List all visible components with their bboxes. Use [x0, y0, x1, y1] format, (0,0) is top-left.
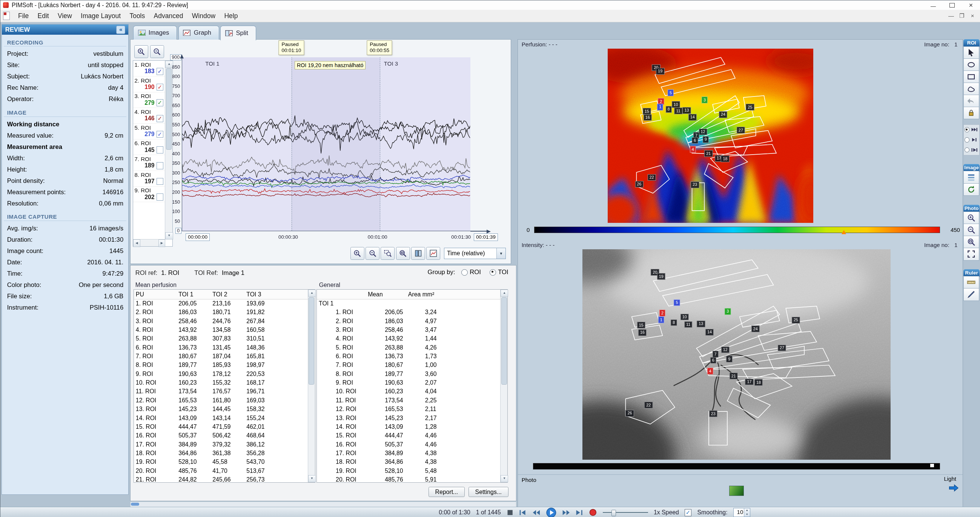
table-row[interactable]: 17. ROI384,894,38 [317, 449, 501, 457]
graph-panels-button[interactable] [411, 247, 425, 260]
close-button[interactable]: × [961, 0, 980, 10]
roi-marker-10[interactable]: 10 [671, 102, 680, 108]
roi-marker-21[interactable]: 21 [704, 150, 713, 157]
roi-marker-3[interactable]: 3 [725, 308, 731, 315]
image-list-button[interactable] [963, 171, 979, 184]
menu-advanced[interactable]: Advanced [150, 12, 188, 20]
scale-marker-icon[interactable] [842, 228, 846, 234]
table-row[interactable]: 5. ROI263,884,26 [317, 343, 501, 352]
roi-marker-13[interactable]: 13 [697, 321, 705, 327]
graph-zoom-in-button[interactable] [350, 247, 364, 260]
roi-checkbox[interactable] [156, 178, 164, 185]
table-row[interactable]: 7. ROI180,67187,04165,81 [134, 352, 308, 361]
mdi-restore-button[interactable]: ❐ [958, 13, 966, 19]
menu-tools[interactable]: Tools [125, 12, 150, 20]
roi-list-item[interactable]: 6. ROI145 [133, 140, 165, 155]
roi-marker-4[interactable]: 4 [690, 146, 696, 153]
photo-zoom-out-button[interactable] [963, 224, 979, 237]
roi-mode-step-radio[interactable] [964, 146, 979, 154]
roi-checkbox[interactable]: ✓ [156, 131, 164, 138]
toi-ref-value[interactable]: Image 1 [222, 269, 245, 277]
spinner-arrows[interactable]: ▲▼ [744, 508, 750, 517]
roi-marker-13[interactable]: 13 [682, 107, 690, 114]
general-scrollbar[interactable]: ▲ ▼ [500, 290, 508, 482]
table-row[interactable]: 14. ROI143,091,28 [317, 422, 501, 431]
roi-marker-16[interactable]: 16 [644, 114, 652, 121]
roi-marker-27[interactable]: 27 [778, 345, 786, 352]
roi-marker-1[interactable]: 1 [658, 317, 664, 323]
table-row[interactable]: 10. ROI160,234,04 [317, 387, 501, 396]
table-row[interactable]: 11. ROI173,54176,57196,71 [134, 387, 308, 396]
roi-checkbox[interactable] [156, 162, 164, 169]
table-row[interactable]: 4. ROI143,92134,58160,58 [134, 325, 308, 334]
table-row[interactable]: 19. ROI528,105,48 [317, 466, 501, 475]
table-row[interactable]: 16. ROI505,374,46 [317, 440, 501, 449]
smoothing-checkbox[interactable]: ✓ [685, 509, 692, 516]
scroll-left-icon[interactable]: ◀ [133, 239, 140, 247]
table-row[interactable]: 12. ROI165,53161,80169,03 [134, 396, 308, 405]
table-row[interactable]: 1. ROI206,053,24 [317, 308, 501, 317]
table-row[interactable]: 21. ROI244,82245,66256,73 [134, 475, 308, 482]
table-row[interactable]: 2. ROI186,034,97 [317, 317, 501, 325]
ellipse-roi-tool-button[interactable] [963, 59, 979, 71]
roi-marker-24[interactable]: 24 [719, 111, 727, 118]
mean-perfusion-scrollbar[interactable]: ▲ ▼ [308, 290, 315, 482]
scroll-right-icon[interactable]: ▶ [158, 239, 165, 247]
menu-view[interactable]: View [53, 12, 76, 20]
graph-zoom-out-button[interactable] [150, 45, 164, 58]
roi-marker-15[interactable]: 15 [637, 322, 645, 328]
roi-marker-22[interactable]: 22 [648, 174, 656, 181]
table-row[interactable]: 3. ROI258,463,47 [317, 325, 501, 334]
image-refresh-button[interactable] [963, 183, 979, 196]
roi-marker-1[interactable]: 1 [657, 104, 663, 110]
roi-list-item[interactable]: 7. ROI189 [133, 155, 165, 171]
table-row[interactable]: 9. ROI190,632,07 [317, 378, 501, 387]
play-button[interactable] [546, 507, 557, 517]
roi-marker-27[interactable]: 27 [737, 127, 745, 134]
select-tool-button[interactable] [963, 46, 979, 59]
table-row[interactable]: 12. ROI165,532,11 [317, 405, 501, 414]
record-button[interactable] [589, 508, 597, 517]
groupby-toi-radio[interactable]: TOI [490, 269, 508, 276]
roi-marker-18[interactable]: 18 [754, 379, 763, 386]
menu-file[interactable]: File [14, 12, 33, 20]
mdi-minimize-button[interactable]: — [947, 13, 956, 19]
roi-marker-9[interactable]: 9 [726, 356, 732, 363]
x-end-box[interactable]: 00:01:39 [474, 234, 498, 241]
table-row[interactable]: 3. ROI258,46244,76267,84 [134, 317, 308, 325]
roi-marker-5[interactable]: 5 [674, 299, 680, 306]
roi-marker-14[interactable]: 14 [689, 114, 697, 121]
scroll-down-icon[interactable]: ▼ [308, 475, 316, 482]
graph-zoom-selection-button[interactable] [380, 247, 395, 260]
roi-marker-8[interactable]: 8 [665, 106, 671, 113]
roi-marker-26[interactable]: 26 [625, 410, 634, 417]
table-row[interactable]: 6. ROI136,731,73 [317, 352, 501, 361]
roi-marker-25[interactable]: 25 [746, 104, 754, 110]
speed-slider[interactable] [603, 509, 648, 516]
table-row[interactable]: 20. ROI485,765,91 [317, 475, 501, 482]
roi-checkbox[interactable]: ✓ [156, 68, 164, 75]
roi-checkbox[interactable] [156, 194, 164, 200]
roi-marker-12[interactable]: 12 [698, 129, 707, 135]
spinner-down-icon[interactable]: ▼ [744, 512, 750, 517]
roi-marker-22[interactable]: 22 [644, 402, 652, 409]
lock-roi-button[interactable] [963, 107, 979, 119]
menu-edit[interactable]: Edit [33, 12, 54, 20]
roi-checkbox[interactable]: ✓ [156, 99, 164, 107]
roi-marker-11[interactable]: 11 [684, 321, 692, 328]
freehand-roi-tool-button[interactable] [963, 83, 979, 95]
scrollbar-thumb[interactable] [131, 503, 139, 506]
menu-help[interactable]: Help [220, 12, 242, 20]
table-row[interactable]: 1. ROI206,05213,16193,69 [134, 299, 308, 308]
table-row[interactable]: 13. ROI145,232,17 [317, 414, 501, 422]
table-row[interactable]: 16. ROI505,37506,42468,64 [134, 431, 308, 440]
roi-marker-2[interactable]: 2 [659, 310, 665, 317]
roi-list-item[interactable]: 8. ROI197 [133, 171, 165, 187]
collapse-panel-button[interactable]: « [116, 25, 125, 34]
table-row[interactable]: 5. ROI263,88307,83310,51 [134, 334, 308, 343]
light-arrow-icon[interactable] [949, 484, 959, 493]
roi-mode-all-radio[interactable] [964, 125, 979, 134]
table-row[interactable]: 10. ROI160,23155,32168,17 [134, 378, 308, 387]
stop-button[interactable] [507, 509, 513, 516]
roi-list-item[interactable]: 5. ROI279✓ [133, 124, 165, 140]
